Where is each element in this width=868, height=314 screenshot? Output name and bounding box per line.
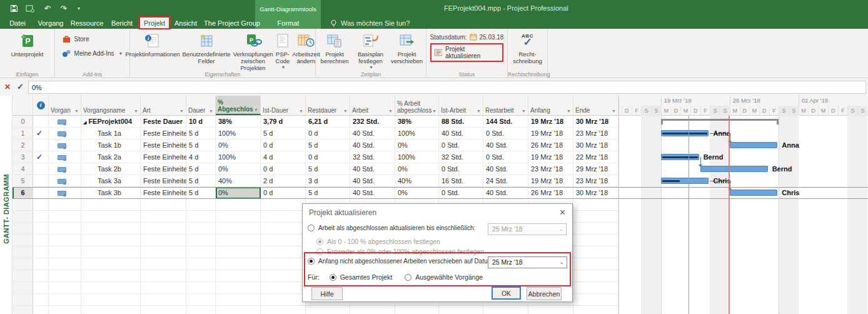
row-number[interactable]: 5 xyxy=(13,175,33,187)
table-cell[interactable]: 19 Mrz '18 xyxy=(528,175,573,187)
column-header-name[interactable]: Vorgangsname▼ xyxy=(81,96,141,115)
table-cell[interactable]: Feste Einheite xyxy=(141,163,186,175)
filter-dropdown-icon[interactable]: ▼ xyxy=(388,109,393,114)
radio-set-0-or-100[interactable] xyxy=(316,248,323,255)
table-cell[interactable]: 30 Mrz '18 xyxy=(573,187,618,199)
table-cell[interactable]: 5 d xyxy=(306,187,350,199)
timescale-day-label[interactable]: F xyxy=(838,106,848,116)
radio-ausgewaehlte-vorgaenge[interactable] xyxy=(405,274,411,281)
row-number[interactable]: 1 xyxy=(13,128,33,139)
table-cell[interactable] xyxy=(49,175,81,187)
table-cell[interactable]: 5 d xyxy=(306,139,350,151)
table-cell[interactable]: 40 Std. xyxy=(350,163,395,175)
table-cell[interactable]: 38% xyxy=(395,116,439,128)
timescale-day-label[interactable]: D xyxy=(622,106,632,116)
table-cell[interactable]: 40 Std. xyxy=(350,187,395,199)
dialog-close-icon[interactable]: ✕ xyxy=(559,208,566,217)
table-cell[interactable]: 26 Mrz '18 xyxy=(528,187,573,199)
column-header-pct[interactable]: % Abgeschlos▼ xyxy=(216,96,261,115)
table-cell[interactable]: 40 Std. xyxy=(350,139,395,151)
timescale-day-label[interactable]: M xyxy=(661,106,671,116)
accept-entry-icon[interactable]: ✓ xyxy=(17,82,24,91)
task-bar[interactable] xyxy=(661,154,699,160)
table-cell[interactable]: Feste Einheite xyxy=(141,187,186,199)
timescale-day-label[interactable]: S xyxy=(789,106,799,116)
redo-icon[interactable]: ↷▾ xyxy=(58,3,68,14)
update-work-date-dropdown[interactable]: 25 Mrz '18⌄ xyxy=(488,223,567,235)
table-cell[interactable]: 144 Std. xyxy=(483,116,528,128)
tab-projekt[interactable]: Projekt xyxy=(140,18,169,29)
task-bar[interactable] xyxy=(730,190,778,196)
table-cell[interactable]: Feste Dauer xyxy=(141,116,186,128)
timescale-day-label[interactable]: S xyxy=(710,106,720,116)
row-number[interactable]: 6 xyxy=(13,187,33,199)
store-button[interactable]: Store xyxy=(62,34,123,44)
timescale-day-label[interactable]: D xyxy=(808,106,818,116)
task-bar[interactable] xyxy=(661,178,709,184)
table-cell[interactable]: 40 Std. xyxy=(350,175,395,187)
table-cell[interactable]: 100% xyxy=(216,151,261,163)
timescale-day-label[interactable]: M xyxy=(730,106,740,116)
table-cell[interactable]: 24 Std. xyxy=(483,175,528,187)
table-cell[interactable]: 5 d xyxy=(186,139,216,151)
table-cell[interactable]: 23 Mrz '18 xyxy=(573,128,618,139)
table-cell[interactable]: 0% xyxy=(216,139,261,151)
benutzerdefinierte-felder-button[interactable]: Benutzerdefinierte Felder xyxy=(181,31,232,66)
table-cell[interactable]: 0 Std. xyxy=(439,187,483,199)
option-update-work[interactable]: Arbeit als abgeschlossen aktualisieren b… xyxy=(308,225,475,231)
tab-format[interactable]: Format xyxy=(268,18,309,29)
row-number[interactable]: 0 xyxy=(13,116,33,128)
filter-dropdown-icon[interactable]: ▼ xyxy=(477,109,481,114)
radio-set-0-100[interactable] xyxy=(316,238,323,245)
radio-reschedule[interactable] xyxy=(308,258,315,265)
column-header-rownum[interactable] xyxy=(13,96,33,115)
column-header-mode[interactable]: Vorgan▼ xyxy=(49,96,81,115)
customize-qat-icon[interactable]: ▾ xyxy=(74,3,84,14)
table-cell[interactable]: 0% xyxy=(395,139,439,151)
radio-update-work[interactable] xyxy=(308,225,315,231)
view-bar[interactable]: GANTT- DIAGRAMM xyxy=(0,96,13,314)
table-cell[interactable]: 40 Std. xyxy=(350,128,395,139)
table-cell[interactable]: 6,21 d xyxy=(306,116,350,128)
radio-gesamtes-projekt[interactable] xyxy=(330,274,336,281)
table-cell[interactable] xyxy=(49,151,81,163)
task-bar[interactable] xyxy=(730,142,778,148)
filter-dropdown-icon[interactable]: ▼ xyxy=(74,109,79,114)
table-cell[interactable]: 32 Std. xyxy=(350,151,395,163)
table-cell[interactable]: 3,79 d xyxy=(261,116,306,128)
table-cell[interactable]: 3 d xyxy=(306,175,350,187)
table-cell[interactable]: 40% xyxy=(216,175,261,187)
verknuepfungen-button[interactable]: P Verknüpfungen zwischen Projekten xyxy=(232,31,275,73)
table-cell[interactable]: 5 d xyxy=(306,163,350,175)
table-cell[interactable]: 19 Mrz '18 xyxy=(528,128,573,139)
table-cell[interactable]: 232 Std. xyxy=(350,116,395,128)
table-cell[interactable] xyxy=(49,116,81,128)
option-set-0-or-100[interactable]: Entweder als 0% oder 100% abgeschlossen … xyxy=(316,248,484,255)
table-cell[interactable]: 19 Mrz '18 xyxy=(528,116,573,128)
rechtschreibung-button[interactable]: ABC ✓ Recht- schreibung xyxy=(510,31,546,66)
table-cell[interactable]: 40% xyxy=(395,175,439,187)
timescale-day-label[interactable]: M xyxy=(799,106,809,116)
table-cell[interactable]: 22 Mrz '18 xyxy=(573,151,618,163)
table-cell[interactable] xyxy=(49,163,81,175)
redo-dropdown-icon[interactable]: ▾ xyxy=(63,6,65,11)
table-cell[interactable]: 10 d xyxy=(186,116,216,128)
unterprojekt-button[interactable]: P Unterprojekt xyxy=(10,31,45,59)
tab-bericht[interactable]: Bericht xyxy=(108,18,136,29)
table-cell[interactable]: 16 Std. xyxy=(439,175,483,187)
table-cell[interactable]: 23 Mrz '18 xyxy=(573,175,618,187)
table-cell[interactable]: 0 d xyxy=(261,187,306,199)
table-cell[interactable]: 0% xyxy=(395,163,439,175)
table-cell[interactable]: Feste Einheite xyxy=(141,128,186,139)
summary-bar[interactable] xyxy=(661,119,779,123)
table-cell[interactable]: 4 d xyxy=(186,151,216,163)
statusdatum-field[interactable]: Statusdatum: 25.03.18 xyxy=(430,33,504,41)
column-header-ende[interactable]: Ende▼ xyxy=(573,96,618,115)
table-cell[interactable]: 30 Mrz '18 xyxy=(573,116,618,128)
filter-dropdown-icon[interactable]: ▼ xyxy=(567,109,571,114)
task-bar[interactable] xyxy=(700,166,768,172)
row-number[interactable]: 2 xyxy=(13,139,33,151)
filter-dropdown-icon[interactable]: ▼ xyxy=(612,109,616,114)
task-name-cell[interactable]: Task 3a xyxy=(81,175,141,187)
filter-dropdown-icon[interactable]: ▼ xyxy=(179,109,184,114)
